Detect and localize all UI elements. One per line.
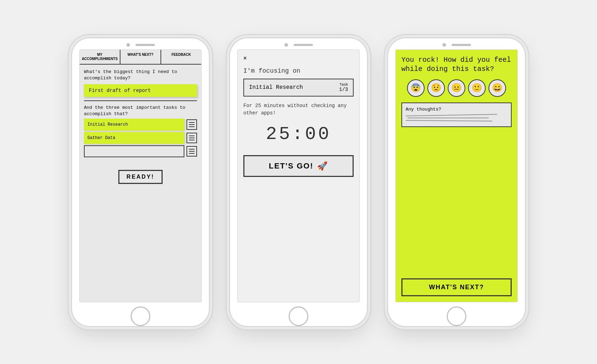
emoji-5[interactable]: 😄 — [488, 79, 506, 97]
phone-2-top — [230, 38, 367, 47]
reorder-icon-3[interactable] — [186, 146, 197, 157]
reorder-icon-2[interactable] — [186, 133, 197, 143]
timer-display: 25:00 — [243, 124, 354, 145]
emoji-row: 😨 😟 😐 🙂 😄 — [401, 79, 512, 97]
task-number-display: Task 1/3 — [339, 83, 348, 92]
phone-3-top — [388, 38, 525, 47]
camera-dot — [126, 43, 130, 47]
emoji-2[interactable]: 😟 — [427, 79, 445, 97]
task-note-2: Gather Data — [84, 132, 184, 144]
task-row-3 — [84, 145, 197, 157]
reorder-icon-1[interactable] — [186, 119, 197, 130]
lets-go-label: LET'S GO! — [269, 161, 313, 171]
thoughts-line-3 — [406, 120, 492, 121]
task-row-2: Gather Data — [84, 132, 197, 144]
tab-bar: MY ACCOMPLISHMENTS WHAT'S NEXT? FEEDBACK — [80, 50, 201, 65]
phone-2: × I'm focusing on Initial Research Task … — [230, 38, 367, 326]
focus-intro-text: I'm focusing on — [243, 67, 354, 74]
phones-container: MY ACCOMPLISHMENTS WHAT'S NEXT? FEEDBACK… — [0, 0, 597, 364]
tab-accomplishments[interactable]: MY ACCOMPLISHMENTS — [80, 50, 120, 64]
camera-dot-2 — [284, 43, 288, 47]
speaker-bar-3 — [452, 44, 471, 46]
task-row-1: Initial Research — [84, 119, 197, 131]
question2-text: And the three most important tasks to ac… — [84, 105, 197, 117]
feedback-question-text: You rock! How did you feel while doing t… — [401, 55, 512, 74]
home-button-1[interactable] — [131, 306, 150, 326]
divider — [84, 100, 197, 101]
home-button-3[interactable] — [447, 306, 466, 326]
tab-whats-next[interactable]: WHAT'S NEXT? — [120, 50, 161, 64]
thoughts-label: Any thoughts? — [406, 107, 507, 112]
whats-next-button[interactable]: WHAT'S NEXT? — [401, 278, 512, 296]
question1-text: What's the biggest thing I need to accom… — [84, 69, 197, 81]
task-display-box: Initial Research Task 1/3 — [243, 79, 354, 97]
focus-description: For 25 minutes without checking any othe… — [243, 102, 354, 117]
camera-dot-3 — [442, 43, 446, 47]
thoughts-lines — [406, 115, 507, 121]
phone-3-screen: × You rock! How did you feel while doing… — [395, 49, 518, 302]
lets-go-button[interactable]: LET'S GO! 🚀 — [243, 155, 354, 177]
task-empty-3[interactable] — [84, 145, 184, 157]
sticky-note-goal: First draft of report — [84, 84, 197, 97]
home-button-2[interactable] — [289, 306, 308, 326]
task-note-1: Initial Research — [84, 119, 184, 131]
thoughts-box: Any thoughts? — [401, 102, 512, 127]
emoji-1[interactable]: 😨 — [407, 79, 425, 97]
rocket-icon: 🚀 — [317, 161, 328, 171]
close-button[interactable]: × — [243, 55, 354, 62]
emoji-3[interactable]: 😐 — [448, 79, 465, 97]
emoji-4[interactable]: 🙂 — [468, 79, 486, 97]
phone-1-top — [72, 38, 209, 47]
screen1-content: What's the biggest thing I need to accom… — [80, 65, 201, 194]
feedback-sticky-overlay: You rock! How did you feel while doing t… — [396, 50, 517, 302]
thoughts-line-1 — [406, 114, 497, 116]
ready-button[interactable]: READY! — [118, 170, 162, 184]
phone-3: × You rock! How did you feel while doing… — [388, 38, 525, 326]
speaker-bar — [136, 44, 155, 46]
speaker-bar-2 — [294, 44, 313, 46]
thoughts-line-2 — [407, 118, 489, 118]
phone-1: MY ACCOMPLISHMENTS WHAT'S NEXT? FEEDBACK… — [72, 38, 209, 326]
tab-feedback[interactable]: FEEDBACK — [161, 50, 201, 64]
phone-1-screen: MY ACCOMPLISHMENTS WHAT'S NEXT? FEEDBACK… — [79, 49, 202, 302]
phone-2-screen: × I'm focusing on Initial Research Task … — [237, 49, 360, 302]
task-box-name: Initial Research — [249, 84, 303, 91]
